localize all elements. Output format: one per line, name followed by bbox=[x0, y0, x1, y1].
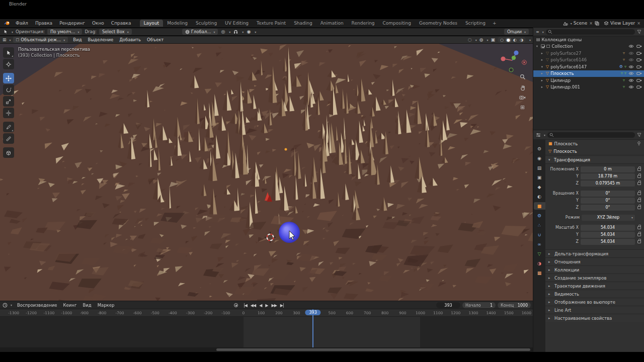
value-field[interactable]: 54.034 bbox=[581, 239, 635, 245]
scene-unlink-icon[interactable]: × bbox=[589, 21, 593, 26]
options-dropdown[interactable]: Опции▾ bbox=[504, 29, 529, 35]
frame-end-field[interactable]: Конец 1000 bbox=[498, 302, 531, 308]
object-name[interactable]: Collection bbox=[552, 44, 573, 49]
disable-render-camera-icon[interactable] bbox=[636, 44, 642, 48]
shading-material-icon[interactable]: ◐ bbox=[512, 38, 518, 42]
timeline-menu-item[interactable]: Вид bbox=[79, 303, 94, 308]
properties-editor-icon[interactable] bbox=[536, 133, 541, 137]
object-name[interactable]: Цилиндр bbox=[550, 78, 571, 83]
scene-browse-chevron[interactable]: ▾ bbox=[571, 22, 572, 25]
collapsed-section[interactable]: ▸ Line Art bbox=[545, 306, 644, 314]
disable-render-camera-icon[interactable] bbox=[636, 65, 642, 69]
disable-render-camera-icon[interactable] bbox=[636, 51, 642, 55]
value-field[interactable]: 18.778 m bbox=[581, 173, 635, 179]
select-box-tool-button[interactable] bbox=[3, 47, 14, 58]
properties-tab[interactable]: ◑ bbox=[534, 259, 545, 267]
timeline-track-area[interactable] bbox=[0, 317, 533, 347]
expand-arrow[interactable]: ▸ bbox=[540, 71, 544, 75]
shading-options-chevron[interactable]: ▾ bbox=[529, 38, 531, 42]
collapsed-section[interactable]: ▸ Видимость bbox=[545, 290, 644, 298]
next-keyframe-button[interactable]: ▶▶ bbox=[271, 303, 276, 308]
lock-icon[interactable] bbox=[637, 199, 641, 202]
active-tool-chevron[interactable]: ▾ bbox=[12, 30, 13, 34]
object-name[interactable]: polySurface27 bbox=[550, 51, 581, 56]
shading-rendered-icon[interactable]: ◑ bbox=[519, 38, 524, 42]
outliner-item[interactable]: ▸ ▽ Цилиндр.001 ▿ bbox=[533, 84, 644, 91]
hide-viewport-eye-icon[interactable] bbox=[628, 58, 634, 62]
disable-render-camera-icon[interactable] bbox=[636, 58, 642, 62]
workspace-tab[interactable]: UV Editing bbox=[221, 20, 253, 27]
expand-arrow[interactable]: ▾ bbox=[540, 65, 544, 69]
object-name[interactable]: Плоскость bbox=[550, 71, 574, 76]
orientation-dropdown[interactable]: По умолч...▾ bbox=[47, 29, 83, 35]
cursor-tool-button[interactable] bbox=[3, 59, 14, 69]
properties-tab[interactable]: ∪ bbox=[534, 231, 545, 238]
view-layer-icon[interactable] bbox=[604, 21, 609, 26]
value-field[interactable]: 0.079545 m bbox=[581, 180, 635, 187]
outliner-editor-chevron[interactable]: ▾ bbox=[542, 30, 544, 34]
add-cube-tool-button[interactable] bbox=[3, 147, 14, 158]
annotate-tool-button[interactable] bbox=[3, 122, 14, 132]
jump-start-button[interactable]: |◀ bbox=[244, 303, 247, 308]
object-name-row[interactable]: ▽ Плоскость bbox=[545, 147, 644, 155]
properties-tab[interactable]: ∞ bbox=[534, 240, 545, 248]
value-field[interactable]: 0 m bbox=[581, 166, 635, 172]
collapsed-section[interactable]: ▸ Дельта-трансформация bbox=[545, 249, 644, 257]
timeline-editor-icon[interactable] bbox=[3, 303, 8, 308]
properties-tab[interactable]: ▦ bbox=[534, 269, 545, 277]
viewport-menu-item[interactable]: Вид bbox=[70, 37, 85, 42]
workspace-tab[interactable]: Sculpting bbox=[192, 20, 221, 27]
xray-toggle-icon[interactable]: ▣ bbox=[491, 37, 496, 42]
shading-wireframe-icon[interactable]: ○ bbox=[499, 38, 505, 42]
menu-item[interactable]: Файл bbox=[12, 21, 32, 26]
prev-keyframe-button[interactable]: ◀◀ bbox=[251, 303, 256, 308]
hide-viewport-eye-icon[interactable] bbox=[628, 65, 634, 69]
value-field[interactable]: 54.034 bbox=[581, 225, 635, 231]
transform-panel-header[interactable]: ▾ Трансформация bbox=[545, 156, 644, 164]
workspace-tab[interactable]: Texture Paint bbox=[253, 20, 290, 27]
collapsed-section[interactable]: ▸ Траектории движения bbox=[545, 282, 644, 290]
menu-item[interactable]: Рендеринг bbox=[56, 21, 89, 26]
lock-icon[interactable] bbox=[637, 175, 641, 178]
blender-logo-icon[interactable] bbox=[4, 21, 10, 26]
timeline-editor-chevron[interactable]: ▾ bbox=[11, 303, 12, 307]
object-name[interactable]: Цилиндр.001 bbox=[550, 84, 580, 89]
properties-tab[interactable]: ◆ bbox=[534, 183, 545, 191]
disable-render-camera-icon[interactable] bbox=[636, 78, 642, 82]
lock-icon[interactable] bbox=[637, 226, 641, 229]
properties-tab[interactable]: ■ bbox=[534, 202, 545, 210]
navigation-gizmo[interactable] bbox=[498, 50, 533, 77]
collapsed-section[interactable]: ▸ Коллекции bbox=[545, 265, 644, 274]
pan-hand-icon[interactable] bbox=[520, 84, 526, 90]
play-reverse-button[interactable]: ◀ bbox=[259, 303, 262, 308]
lock-icon[interactable] bbox=[637, 233, 641, 236]
outliner-filter-icon[interactable] bbox=[637, 30, 641, 34]
properties-tab[interactable]: ▣ bbox=[534, 173, 545, 181]
scene-icon[interactable] bbox=[563, 21, 568, 26]
expand-arrow[interactable]: ▾ bbox=[535, 44, 539, 48]
snap-magnet-icon[interactable] bbox=[233, 30, 238, 34]
frame-start-field[interactable]: Начало 1 bbox=[462, 302, 496, 308]
workspace-tab[interactable]: Layout bbox=[140, 20, 164, 27]
view-layer-remove-icon[interactable]: × bbox=[636, 21, 641, 26]
viewport-menu-item[interactable]: Выделение bbox=[85, 37, 117, 42]
active-tool-icon[interactable] bbox=[3, 29, 8, 34]
properties-editor-chevron[interactable]: ▾ bbox=[544, 133, 545, 137]
timeline-ruler[interactable]: -1300-1200-1100-1000-900-800-700-600-500… bbox=[0, 309, 533, 317]
properties-tab[interactable]: ∴ bbox=[534, 221, 545, 229]
properties-tab[interactable]: ▤ bbox=[534, 164, 545, 171]
proportional-edit-icon[interactable]: ◉ bbox=[247, 29, 251, 34]
lock-icon[interactable] bbox=[637, 168, 641, 171]
pin-icon[interactable] bbox=[637, 141, 641, 146]
workspace-tab[interactable]: Modeling bbox=[163, 20, 192, 27]
hide-viewport-eye-icon[interactable] bbox=[628, 78, 634, 82]
expand-arrow[interactable]: ▸ bbox=[540, 85, 544, 89]
viewport-canvas[interactable] bbox=[0, 44, 533, 301]
properties-search-field[interactable] bbox=[547, 132, 635, 138]
properties-filter-icon[interactable] bbox=[637, 133, 641, 137]
outliner-item[interactable]: ▸ ▽ polySurface6146 ▿ bbox=[533, 57, 644, 64]
add-workspace-button[interactable]: + bbox=[490, 21, 500, 26]
lock-icon[interactable] bbox=[637, 240, 641, 243]
properties-tab[interactable]: ⚙ bbox=[534, 145, 545, 152]
menu-item[interactable]: Справка bbox=[108, 21, 135, 26]
